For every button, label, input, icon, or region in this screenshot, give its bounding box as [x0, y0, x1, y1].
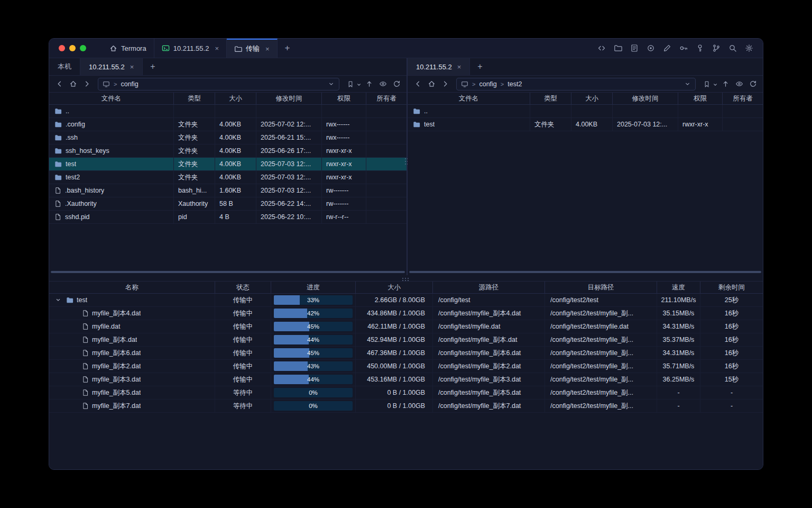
- transfer-row[interactable]: myfile_副本7.dat等待中0%0 B / 1.00GB/config/t…: [49, 400, 763, 413]
- column-header-filename[interactable]: 文件名: [49, 93, 174, 104]
- log-icon[interactable]: [628, 42, 641, 55]
- new-panel-tab-button[interactable]: +: [470, 58, 490, 75]
- breadcrumb-segment[interactable]: test2: [508, 80, 522, 88]
- close-window-button[interactable]: [59, 45, 65, 51]
- transfer-size: 462.11MB / 1.00GB: [356, 320, 433, 333]
- code-icon[interactable]: [595, 42, 608, 55]
- close-tab-icon[interactable]: ×: [457, 63, 462, 71]
- file-row[interactable]: .bash_historybash_hi...1.60KB2025-07-03 …: [49, 184, 407, 197]
- column-header-modified[interactable]: 修改时间: [613, 93, 678, 104]
- bookmark-icon[interactable]: [701, 78, 713, 90]
- maximize-window-button[interactable]: [80, 45, 86, 51]
- back-icon[interactable]: [412, 78, 423, 90]
- file-row[interactable]: .ssh文件夹4.00KB2025-06-21 15:...rwx------: [49, 131, 407, 144]
- column-header-filename[interactable]: 文件名: [408, 93, 530, 104]
- column-header-speed[interactable]: 速度: [657, 282, 700, 293]
- transfer-splitter[interactable]: [49, 275, 763, 282]
- breadcrumb-segment[interactable]: config: [121, 80, 138, 88]
- transfer-status: 传输中: [215, 347, 271, 359]
- refresh-icon[interactable]: [747, 78, 759, 90]
- macro-record-icon[interactable]: [644, 42, 657, 55]
- column-header-eta[interactable]: 剩余时间: [700, 282, 763, 293]
- file-row[interactable]: test文件夹4.00KB2025-07-03 12:...rwxr-xr-x: [408, 118, 763, 131]
- column-header-modified[interactable]: 修改时间: [256, 93, 322, 104]
- tab-transfer[interactable]: 传输 ×: [227, 39, 278, 58]
- column-header-permissions[interactable]: 权限: [678, 93, 723, 104]
- bookmark-icon[interactable]: [345, 78, 356, 90]
- bookmark-dropdown-icon[interactable]: [713, 79, 717, 89]
- column-header-source[interactable]: 源路径: [433, 282, 545, 293]
- column-header-permissions[interactable]: 权限: [322, 93, 366, 104]
- app-home-tab[interactable]: Termora: [102, 39, 154, 58]
- column-header-type[interactable]: 类型: [530, 93, 571, 104]
- column-header-size[interactable]: 大小: [356, 282, 433, 293]
- file-row[interactable]: ssh_host_keys文件夹4.00KB2025-06-26 17:...r…: [49, 144, 407, 158]
- edit-icon[interactable]: [661, 42, 673, 55]
- chevron-down-icon[interactable]: [53, 297, 63, 303]
- new-panel-tab-button[interactable]: +: [143, 58, 162, 75]
- file-row[interactable]: ..: [49, 105, 407, 118]
- file-row[interactable]: test2文件夹4.00KB2025-07-03 12:...rwxr-xr-x: [49, 171, 407, 184]
- column-header-owner[interactable]: 所有者: [366, 93, 407, 104]
- folder-icon[interactable]: [612, 42, 624, 55]
- transfer-row[interactable]: myfile_副本3.dat传输中44%453.16MB / 1.00GB/co…: [49, 373, 763, 386]
- folder-icon: [54, 160, 62, 168]
- tab-remote-host[interactable]: 10.211.55.2 ×: [80, 58, 143, 75]
- column-header-owner[interactable]: 所有者: [723, 93, 763, 104]
- column-header-progress[interactable]: 进度: [271, 282, 356, 293]
- transfer-row[interactable]: myfile_副本4.dat传输中42%434.86MB / 1.00GB/co…: [49, 307, 763, 320]
- new-tab-button[interactable]: +: [278, 39, 298, 58]
- tab-remote-host[interactable]: 10.211.55.2 ×: [408, 58, 470, 75]
- breadcrumb-segment[interactable]: config: [479, 80, 496, 88]
- key-icon[interactable]: [677, 42, 690, 55]
- column-header-type[interactable]: 类型: [174, 93, 215, 104]
- chevron-down-icon[interactable]: [684, 80, 691, 87]
- close-tab-icon[interactable]: ×: [130, 63, 134, 71]
- file-row[interactable]: ..: [408, 105, 763, 118]
- transfer-row[interactable]: myfile.dat传输中45%462.11MB / 1.00GB/config…: [49, 320, 763, 333]
- settings-gear-icon[interactable]: [743, 42, 755, 55]
- keychain-icon[interactable]: [694, 42, 706, 55]
- column-header-size[interactable]: 大小: [571, 93, 613, 104]
- refresh-icon[interactable]: [391, 78, 402, 90]
- minimize-window-button[interactable]: [69, 45, 76, 51]
- home-icon: [109, 44, 117, 52]
- transfer-name-cell: myfile_副本6.dat: [49, 347, 215, 359]
- horizontal-scrollbar[interactable]: [51, 271, 405, 273]
- transfer-row[interactable]: test传输中33%2.66GB / 8.00GB/config/test/co…: [49, 294, 763, 307]
- transfer-row[interactable]: myfile_副本2.dat传输中43%450.00MB / 1.00GB/co…: [49, 360, 763, 373]
- eye-icon[interactable]: [733, 78, 745, 90]
- up-arrow-icon[interactable]: [719, 78, 731, 90]
- transfer-row[interactable]: myfile_副本.dat传输中44%452.94MB / 1.00GB/con…: [49, 333, 763, 347]
- eye-icon[interactable]: [377, 78, 389, 90]
- search-icon[interactable]: [726, 42, 739, 55]
- forward-icon[interactable]: [439, 78, 451, 90]
- bookmark-dropdown-icon[interactable]: [357, 79, 361, 89]
- file-row[interactable]: .config文件夹4.00KB2025-07-02 12:...rwx----…: [49, 118, 407, 131]
- up-arrow-icon[interactable]: [363, 78, 375, 90]
- column-header-status[interactable]: 状态: [215, 282, 271, 293]
- tab-ssh-session[interactable]: 10.211.55.2 ×: [154, 39, 227, 58]
- close-tab-icon[interactable]: ×: [265, 45, 270, 53]
- file-row[interactable]: sshd.pidpid4 B2025-06-22 10:...rw-r--r--: [49, 211, 407, 224]
- home-icon[interactable]: [67, 78, 79, 90]
- column-header-name[interactable]: 名称: [49, 282, 215, 293]
- back-icon[interactable]: [53, 78, 65, 90]
- file-row[interactable]: test文件夹4.00KB2025-07-03 12:...rwxr-xr-x: [49, 158, 407, 171]
- horizontal-scrollbar[interactable]: [409, 271, 761, 273]
- close-tab-icon[interactable]: ×: [215, 44, 219, 52]
- column-header-target[interactable]: 目标路径: [545, 282, 657, 293]
- transfer-speed: -: [657, 400, 700, 412]
- transfer-progress-cell: 0%: [271, 386, 356, 399]
- chevron-down-icon[interactable]: [328, 80, 335, 87]
- file-row[interactable]: .XauthorityXauthority58 B2025-06-22 14:.…: [49, 197, 407, 211]
- path-breadcrumb[interactable]: >config>test2: [456, 78, 696, 90]
- forward-icon[interactable]: [81, 78, 93, 90]
- path-breadcrumb[interactable]: >config: [98, 78, 339, 90]
- transfer-row[interactable]: myfile_副本5.dat等待中0%0 B / 1.00GB/config/t…: [49, 386, 763, 400]
- tab-local[interactable]: 本机: [49, 58, 80, 75]
- home-icon[interactable]: [426, 78, 437, 90]
- column-header-size[interactable]: 大小: [215, 93, 256, 104]
- transfer-row[interactable]: myfile_副本6.dat传输中45%467.36MB / 1.00GB/co…: [49, 347, 763, 360]
- branch-icon[interactable]: [710, 42, 723, 55]
